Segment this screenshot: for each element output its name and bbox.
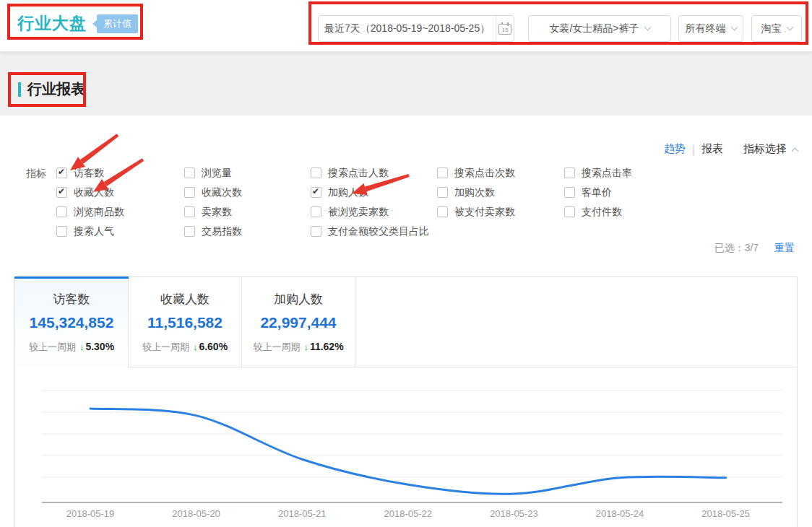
calendar-day: 15 <box>502 27 509 34</box>
indicator-checkbox-item[interactable]: ✔搜索人气 <box>56 222 184 241</box>
checkbox-unchecked[interactable]: ✔ <box>564 206 575 217</box>
metric-tab[interactable]: 加购人数22,997,444较上一周期↓11.62% <box>242 277 355 367</box>
indicator-label: 被支付卖家数 <box>454 206 515 219</box>
indicators-label: 指标 <box>26 167 46 180</box>
terminal-dropdown[interactable]: 所有终端 <box>678 15 743 42</box>
checkbox-unchecked[interactable]: ✔ <box>56 226 67 237</box>
indicator-selector-label: 指标选择 <box>743 142 787 156</box>
checkbox-unchecked[interactable]: ✔ <box>437 187 448 198</box>
indicator-label: 客单价 <box>582 186 612 199</box>
change-percent: 5.30% <box>85 341 114 352</box>
compare-label: 较上一周期 <box>142 341 189 352</box>
checkbox-unchecked[interactable]: ✔ <box>311 226 321 237</box>
indicator-checkbox-item[interactable]: ✔支付金额较父类目占比 <box>311 222 437 241</box>
checkbox-checked[interactable]: ✔ <box>311 187 321 198</box>
indicator-checkbox-item[interactable]: ✔浏览量 <box>184 163 311 183</box>
metric-tab[interactable]: 访客数145,324,852较上一周期↓5.30% <box>15 277 129 367</box>
tabs-filler <box>355 277 797 367</box>
date-range-label: 最近7天（2018-05-19~2018-05-25） <box>319 22 496 35</box>
chevron-up-icon <box>792 147 799 154</box>
indicator-label: 访客数 <box>74 167 104 180</box>
indicator-checkbox-item[interactable]: ✔搜索点击人数 <box>311 163 437 183</box>
checkbox-unchecked[interactable]: ✔ <box>437 167 448 178</box>
metric-tabs: 访客数145,324,852较上一周期↓5.30%收藏人数11,516,582较… <box>15 277 797 367</box>
check-icon: ✔ <box>58 186 65 196</box>
checkbox-unchecked[interactable]: ✔ <box>184 187 195 198</box>
checkbox-unchecked[interactable]: ✔ <box>184 226 195 237</box>
indicator-checkbox-grid: ✔访客数✔收藏人数✔浏览商品数✔搜索人气✔浏览量✔收藏次数✔卖家数✔交易指数✔搜… <box>56 163 705 241</box>
indicator-checkbox-item[interactable]: ✔收藏次数 <box>184 183 311 202</box>
page-title-group: 行业大盘 累计值 <box>17 12 138 35</box>
divider: | <box>692 143 695 155</box>
view-switch: 趋势 | 报表 指标选择 <box>664 142 798 156</box>
indicator-checkbox-item[interactable]: ✔加购人数 <box>311 183 437 202</box>
indicator-checkbox-item[interactable]: ✔搜索点击次数 <box>437 163 564 183</box>
arrow-down-icon: ↓ <box>303 341 308 352</box>
indicator-label: 交易指数 <box>202 225 242 238</box>
indicator-label: 支付件数 <box>582 206 622 219</box>
checkbox-checked[interactable]: ✔ <box>56 167 67 178</box>
checkbox-unchecked[interactable]: ✔ <box>564 167 575 178</box>
indicator-column: ✔搜索点击人数✔加购人数✔被浏览卖家数✔支付金额较父类目占比 <box>311 163 437 241</box>
category-dropdown[interactable]: 女装/女士精品>裤子 <box>528 15 671 42</box>
indicator-column: ✔访客数✔收藏人数✔浏览商品数✔搜索人气 <box>56 163 184 241</box>
check-icon: ✔ <box>58 167 65 177</box>
x-axis-tick-label: 2018-05-22 <box>384 508 433 519</box>
date-range-selector[interactable]: 最近7天（2018-05-19~2018-05-25） 15 <box>318 15 514 42</box>
indicator-checkbox-item[interactable]: ✔卖家数 <box>184 202 311 222</box>
selected-count: 已选：3/7 <box>714 242 759 253</box>
indicator-selector-toggle[interactable]: 指标选择 <box>743 142 798 156</box>
indicator-label: 加购人数 <box>328 186 368 199</box>
platform-label: 淘宝 <box>761 22 782 35</box>
platform-dropdown[interactable]: 淘宝 <box>751 15 802 42</box>
indicator-checkbox-item[interactable]: ✔被浏览卖家数 <box>311 202 437 222</box>
indicator-label: 搜索点击率 <box>582 167 632 180</box>
metric-tab-label: 收藏人数 <box>129 291 241 308</box>
trend-card: 访客数145,324,852较上一周期↓5.30%收藏人数11,516,582较… <box>14 276 798 527</box>
checkbox-unchecked[interactable]: ✔ <box>56 206 67 217</box>
indicator-checkbox-item[interactable]: ✔支付件数 <box>564 202 705 222</box>
report-panel: 趋势 | 报表 指标选择 指标 ✔访客数✔收藏人数✔浏览商品数✔搜索人气✔浏览量… <box>0 116 812 527</box>
indicator-checkbox-item[interactable]: ✔交易指数 <box>184 222 311 241</box>
indicator-checkbox-item[interactable]: ✔访客数 <box>56 163 184 183</box>
arrow-down-icon: ↓ <box>193 341 198 352</box>
indicator-checkbox-item[interactable]: ✔浏览商品数 <box>56 202 184 222</box>
calendar-icon: 15 <box>498 22 511 35</box>
compare-label: 较上一周期 <box>253 341 300 352</box>
x-axis-tick-label: 2018-05-21 <box>278 508 327 519</box>
checkbox-unchecked[interactable]: ✔ <box>564 187 575 198</box>
section-title-group: 行业报表 <box>18 79 85 99</box>
indicator-column: ✔搜索点击率✔客单价✔支付件数 <box>564 163 705 241</box>
checkbox-unchecked[interactable]: ✔ <box>311 206 321 217</box>
checkbox-unchecked[interactable]: ✔ <box>184 206 195 217</box>
trend-line-series <box>90 409 726 494</box>
metric-tab-compare: 较上一周期↓5.30% <box>15 341 128 354</box>
metric-tab[interactable]: 收藏人数11,516,582较上一周期↓6.60% <box>129 277 242 367</box>
indicator-checkbox-item[interactable]: ✔搜索点击率 <box>564 163 705 183</box>
section-title-bar <box>18 82 21 97</box>
indicator-label: 收藏次数 <box>202 186 242 199</box>
indicator-checkbox-item[interactable]: ✔加购次数 <box>437 183 564 202</box>
checkbox-unchecked[interactable]: ✔ <box>184 167 195 178</box>
metric-tab-value: 145,324,852 <box>15 314 128 331</box>
view-tab-report[interactable]: 报表 <box>701 142 723 156</box>
checkbox-checked[interactable]: ✔ <box>56 187 67 198</box>
indicator-label: 加购次数 <box>454 186 495 199</box>
indicator-checkbox-item[interactable]: ✔被支付卖家数 <box>437 202 564 222</box>
reset-button[interactable]: 重置 <box>774 242 795 253</box>
cumulative-value-badge: 累计值 <box>97 14 138 33</box>
metric-tab-label: 加购人数 <box>242 291 355 308</box>
metric-tab-compare: 较上一周期↓11.62% <box>242 341 355 354</box>
indicator-label: 浏览商品数 <box>74 206 124 219</box>
metric-tab-value: 22,997,444 <box>242 314 355 331</box>
industry-dashboard: 行业大盘 累计值 最近7天（2018-05-19~2018-05-25） 15 … <box>0 0 812 527</box>
x-axis-tick-label: 2018-05-25 <box>701 508 750 519</box>
view-tab-trend[interactable]: 趋势 <box>664 142 686 156</box>
checkbox-unchecked[interactable]: ✔ <box>437 206 448 217</box>
calendar-button[interactable]: 15 <box>496 22 514 35</box>
top-header: 行业大盘 累计值 最近7天（2018-05-19~2018-05-25） 15 … <box>0 0 812 52</box>
indicator-checkbox-item[interactable]: ✔收藏人数 <box>56 183 184 202</box>
check-icon: ✔ <box>312 186 319 196</box>
indicator-checkbox-item[interactable]: ✔客单价 <box>564 183 705 202</box>
checkbox-unchecked[interactable]: ✔ <box>311 167 321 178</box>
